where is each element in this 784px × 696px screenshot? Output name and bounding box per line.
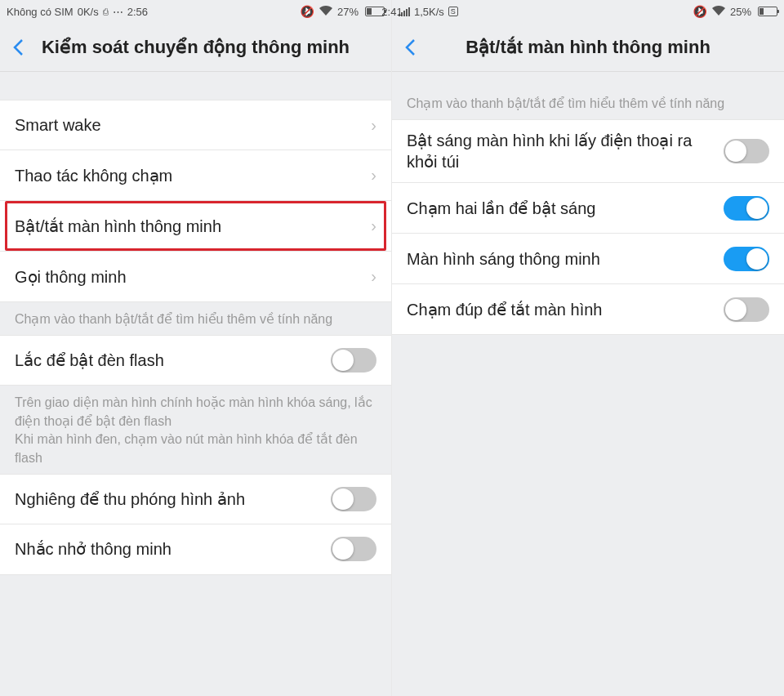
row-tilt-zoom[interactable]: Nghiêng để thu phóng hình ảnh bbox=[0, 474, 391, 524]
content-left: Smart wake › Thao tác không chạm › Bật/t… bbox=[0, 72, 391, 696]
chevron-right-icon: › bbox=[371, 216, 376, 235]
row-double-tap-on[interactable]: Chạm hai lần để bật sáng bbox=[392, 183, 784, 234]
nav-bar: Bật/tắt màn hình thông minh bbox=[392, 23, 784, 72]
row-double-tap-off[interactable]: Chạm đúp để tắt màn hình bbox=[392, 284, 784, 335]
row-label: Thao tác không chạm bbox=[15, 165, 371, 186]
row-label: Nhắc nhở thông minh bbox=[15, 538, 331, 560]
chevron-right-icon: › bbox=[371, 116, 376, 135]
row-no-touch[interactable]: Thao tác không chạm › bbox=[0, 150, 391, 201]
row-label: Gọi thông minh bbox=[15, 266, 371, 288]
row-label: Bật sáng màn hình khi lấy điện thoại ra … bbox=[407, 130, 724, 172]
row-pocket-wake[interactable]: Bật sáng màn hình khi lấy điện thoại ra … bbox=[392, 119, 784, 183]
toggle-double-tap-on[interactable] bbox=[724, 196, 769, 221]
status-bar: 1,5K/s S 2:41 🔇 25% bbox=[392, 0, 784, 23]
row-label: Chạm hai lần để bật sáng bbox=[407, 198, 724, 219]
nav-bar: Kiểm soát chuyển động thông minh bbox=[0, 23, 391, 72]
row-label: Màn hình sáng thông minh bbox=[407, 248, 724, 270]
status-time: 2:41 bbox=[0, 6, 784, 18]
row-smart-wake[interactable]: Smart wake › bbox=[0, 100, 391, 150]
row-label: Lắc để bật đèn flash bbox=[15, 350, 331, 371]
chevron-right-icon: › bbox=[371, 267, 376, 286]
page-title: Bật/tắt màn hình thông minh bbox=[392, 37, 784, 58]
hint-text: Chạm vào thanh bật/tắt để tìm hiểu thêm … bbox=[0, 302, 391, 335]
toggle-tilt-zoom[interactable] bbox=[331, 487, 376, 511]
row-label: Chạm đúp để tắt màn hình bbox=[407, 299, 724, 320]
row-label: Nghiêng để thu phóng hình ảnh bbox=[15, 489, 331, 510]
row-smart-call[interactable]: Gọi thông minh › bbox=[0, 252, 391, 302]
chevron-right-icon: › bbox=[371, 166, 376, 185]
row-shake-flash[interactable]: Lắc để bật đèn flash bbox=[0, 335, 391, 386]
battery-icon bbox=[756, 7, 777, 16]
mute-icon: 🔇 bbox=[693, 5, 707, 18]
row-smart-bright[interactable]: Màn hình sáng thông minh bbox=[392, 234, 784, 284]
row-label: Bật/tắt màn hình thông minh bbox=[15, 216, 371, 237]
back-button[interactable] bbox=[0, 23, 36, 72]
hint-text: Chạm vào thanh bật/tắt để tìm hiểu thêm … bbox=[392, 72, 784, 119]
toggle-shake-flash[interactable] bbox=[331, 348, 376, 373]
hint-text: Trên giao diện màn hình chính hoặc màn h… bbox=[0, 386, 391, 474]
page-title: Kiểm soát chuyển động thông minh bbox=[0, 37, 391, 58]
back-button[interactable] bbox=[392, 23, 428, 72]
row-label: Smart wake bbox=[15, 114, 371, 136]
toggle-double-tap-off[interactable] bbox=[724, 297, 769, 322]
phone-right: 1,5K/s S 2:41 🔇 25% Bật/tắt màn hình thô… bbox=[392, 0, 784, 696]
toggle-pocket-wake[interactable] bbox=[724, 139, 769, 163]
phone-left: Không có SIM 0K/s ⎙ ⋯ 2:56 🔇 27% Kiểm so… bbox=[0, 0, 392, 696]
content-right: Chạm vào thanh bật/tắt để tìm hiểu thêm … bbox=[392, 72, 784, 696]
row-smart-remind[interactable]: Nhắc nhở thông minh bbox=[0, 524, 391, 575]
toggle-smart-bright[interactable] bbox=[724, 247, 769, 271]
row-smart-screen[interactable]: Bật/tắt màn hình thông minh › bbox=[0, 201, 391, 252]
toggle-smart-remind[interactable] bbox=[331, 537, 376, 561]
